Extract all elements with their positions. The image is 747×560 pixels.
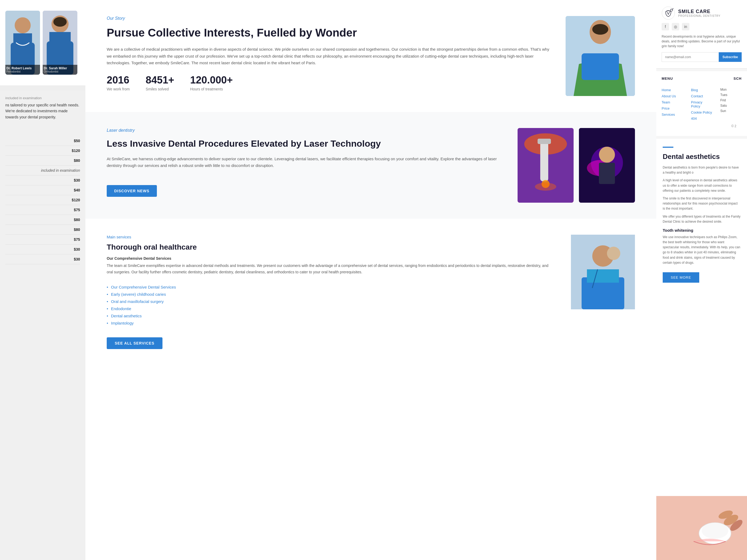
facebook-icon[interactable]: f bbox=[662, 23, 669, 30]
logo-text: SMILE CARE PROFESSIONAL DENTISTRY bbox=[678, 9, 721, 17]
newsletter-description: Recent developments in oral hygiene advi… bbox=[662, 34, 742, 49]
widget-dental-aesthetics: Dental aesthetics Dental aesthetics is b… bbox=[656, 139, 747, 496]
service-item: Implantology bbox=[107, 319, 555, 327]
menu-col-1: Home About Us Team Price Services bbox=[662, 87, 683, 122]
laser-image-1 bbox=[518, 128, 573, 203]
doctor-card-female: Dr. Sarah Miller Orthodontist bbox=[43, 11, 77, 75]
left-panel-description: included in examination ns tailored to y… bbox=[0, 91, 85, 125]
see-more-button[interactable]: SEE MORE bbox=[663, 272, 699, 283]
section-services: Main services Thorough oral healthcare O… bbox=[85, 219, 656, 365]
social-icons-row: f ◎ in bbox=[662, 23, 742, 30]
schedule-row: Mon bbox=[720, 87, 742, 92]
price-item: $80 bbox=[5, 156, 80, 166]
price-item: $75 bbox=[5, 205, 80, 215]
copyright: © 2 bbox=[662, 122, 742, 131]
menu-item-blog[interactable]: Blog bbox=[691, 87, 712, 93]
menu-columns: Home About Us Team Price Services Blog C… bbox=[662, 87, 742, 122]
price-item: $30 bbox=[5, 244, 80, 255]
svg-rect-3 bbox=[14, 33, 32, 47]
dental-text-1: Dental aesthetics is born from people's … bbox=[663, 165, 741, 175]
menu-header: MENU SCH bbox=[662, 77, 742, 83]
schedule-col: Mon Tues Frid Satu Sun bbox=[720, 87, 742, 122]
discover-news-button[interactable]: DISCOVER NEWS bbox=[107, 185, 157, 197]
smile-image bbox=[656, 496, 747, 560]
price-item: $80 bbox=[5, 215, 80, 225]
menu-title: MENU bbox=[662, 77, 673, 81]
svg-rect-11 bbox=[582, 53, 619, 80]
svg-point-18 bbox=[535, 183, 556, 191]
services-title: Thorough oral healthcare bbox=[107, 242, 555, 252]
svg-point-35 bbox=[702, 523, 728, 539]
dental-text-2: A high level of experience in dental aes… bbox=[663, 178, 741, 193]
price-item: $75 bbox=[5, 235, 80, 244]
stats-row: 2016 We work from 8451+ Smiles solved 12… bbox=[107, 74, 549, 91]
laser-title: Less Invasive Dental Procedures Elevated… bbox=[107, 138, 507, 149]
svg-point-12 bbox=[592, 24, 608, 35]
svg-point-1 bbox=[15, 17, 31, 33]
about-title: Pursue Collective Interests, Fuelled by … bbox=[107, 26, 549, 39]
menu-item-price[interactable]: Price bbox=[662, 105, 683, 111]
schedule-row: Satu bbox=[720, 103, 742, 108]
price-item: $30 bbox=[5, 176, 80, 185]
see-all-services-button[interactable]: SEE ALL SERVICES bbox=[107, 337, 162, 349]
service-list: Our Comprehensive Dental Services Early … bbox=[107, 284, 555, 327]
menu-item-cookie[interactable]: Cookie Policy bbox=[691, 109, 712, 115]
laser-content: Laser dentistry Less Invasive Dental Pro… bbox=[107, 128, 507, 203]
about-tag: Our Story bbox=[107, 16, 549, 21]
instagram-icon[interactable]: ◎ bbox=[672, 23, 679, 30]
schedule-row: Sun bbox=[720, 108, 742, 114]
menu-item-privacy[interactable]: Privacy Policy bbox=[691, 99, 712, 109]
schedule-row: Tues bbox=[720, 92, 742, 98]
stat-smiles: 8451+ Smiles solved bbox=[146, 74, 174, 91]
svg-rect-16 bbox=[538, 139, 551, 144]
menu-col-2: Blog Contact Privacy Policy Cookie Polic… bbox=[691, 87, 712, 122]
dental-aesthetics-title: Dental aesthetics bbox=[663, 153, 741, 161]
laser-text: At SmileCare, we harness cutting-edge ad… bbox=[107, 156, 507, 169]
subscribe-button[interactable]: Subscribe bbox=[719, 52, 742, 62]
tooth-whitening-text: We use innovative techniques such as Phi… bbox=[663, 235, 741, 265]
menu-item-about[interactable]: About Us bbox=[662, 93, 683, 99]
service-item: Early (severe) childhood caries bbox=[107, 291, 555, 298]
dental-text-4: We offer you different types of treatmen… bbox=[663, 214, 741, 224]
service-item: Our Comprehensive Dental Services bbox=[107, 284, 555, 291]
menu-item-home[interactable]: Home bbox=[662, 87, 683, 93]
about-text: We are a collective of medical practitio… bbox=[107, 46, 549, 66]
services-image bbox=[571, 235, 635, 309]
logo-icon bbox=[662, 6, 675, 20]
tooth-whitening-title: Tooth whitening bbox=[663, 228, 741, 233]
svg-point-8 bbox=[53, 17, 67, 27]
menu-item-services[interactable]: Services bbox=[662, 111, 683, 117]
right-panel: SMILE CARE PROFESSIONAL DENTISTRY f ◎ in… bbox=[656, 0, 747, 560]
schedule-title: SCH bbox=[733, 77, 742, 83]
menu-item-contact[interactable]: Contact bbox=[691, 93, 712, 99]
service-item: Endodontie bbox=[107, 305, 555, 312]
schedule-row: Frid bbox=[720, 98, 742, 103]
svg-rect-15 bbox=[540, 139, 548, 181]
service-item: Oral and maxillofacial surgery bbox=[107, 298, 555, 305]
main-panel: Our Story Pursue Collective Interests, F… bbox=[85, 0, 656, 560]
laser-images bbox=[518, 128, 635, 203]
email-input[interactable] bbox=[662, 52, 719, 62]
svg-point-22 bbox=[599, 146, 615, 163]
widget-smilecare: SMILE CARE PROFESSIONAL DENTISTRY f ◎ in… bbox=[656, 0, 747, 69]
price-item: $120 bbox=[5, 146, 80, 156]
linkedin-icon[interactable]: in bbox=[682, 23, 689, 30]
dental-text-3: The smile is the first discovered in int… bbox=[663, 196, 741, 211]
price-item: $40 bbox=[5, 185, 80, 195]
menu-item-team[interactable]: Team bbox=[662, 99, 683, 105]
svg-rect-23 bbox=[599, 163, 615, 184]
svg-rect-7 bbox=[49, 32, 71, 45]
doctor1-label: Dr. Robert Lewis Periodontist bbox=[5, 65, 40, 75]
section-about: Our Story Pursue Collective Interests, F… bbox=[85, 0, 656, 112]
svg-rect-27 bbox=[587, 269, 619, 283]
doctor2-label: Dr. Sarah Miller Orthodontist bbox=[43, 65, 77, 75]
services-text: The team at SmileCare exemplifies expert… bbox=[107, 263, 555, 275]
menu-item-404[interactable]: 404 bbox=[691, 115, 712, 122]
price-item-included: included in examination bbox=[5, 166, 80, 176]
svg-point-28 bbox=[607, 247, 620, 260]
price-item: $80 bbox=[5, 225, 80, 235]
price-item: $50 bbox=[5, 136, 80, 146]
left-panel: Dr. Robert Lewis Periodontist Dr. Sarah … bbox=[0, 0, 85, 560]
laser-image-2 bbox=[579, 128, 635, 203]
about-image bbox=[566, 16, 635, 96]
